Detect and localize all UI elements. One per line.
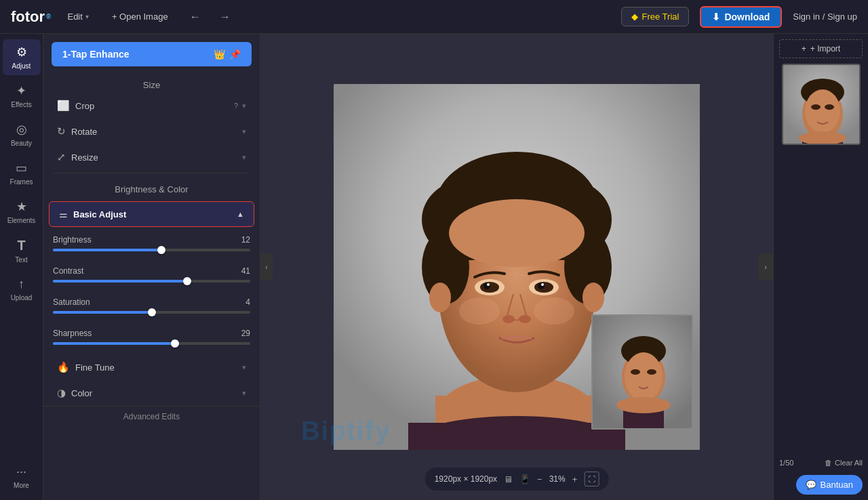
page-indicator: 1/50 bbox=[779, 459, 793, 467]
resize-icon: ⤢ bbox=[57, 151, 66, 163]
crop-row[interactable]: ⬜ Crop ? ▾ bbox=[47, 93, 256, 119]
header: fotor® Edit ▾ + Open Image ← → ◆ Free Tr… bbox=[0, 0, 868, 34]
panel-expand-button[interactable]: › bbox=[758, 253, 773, 280]
sidebar-item-upload[interactable]: ↑ Upload bbox=[3, 272, 41, 307]
svg-point-23 bbox=[583, 283, 604, 312]
edit-menu[interactable]: Edit ▾ bbox=[62, 9, 94, 24]
collapse-left-icon: ‹ bbox=[265, 264, 267, 271]
rotate-icon: ↻ bbox=[57, 125, 66, 138]
main-image-container bbox=[334, 84, 700, 450]
basic-adjust-row[interactable]: ⚌ Basic Adjust ▲ bbox=[49, 201, 254, 227]
sharpness-value: 29 bbox=[241, 329, 250, 338]
svg-point-38 bbox=[811, 104, 821, 110]
sidebar-item-elements[interactable]: ★ Elements bbox=[3, 194, 41, 230]
fine-tune-row[interactable]: 🔥 Fine Tune ▾ bbox=[47, 354, 256, 380]
saturation-value: 4 bbox=[245, 297, 250, 307]
open-image-button[interactable]: + Open Image bbox=[105, 9, 175, 24]
sidebar-item-effects[interactable]: ✦ Effects bbox=[3, 78, 41, 114]
resize-row[interactable]: ⤢ Resize ▾ bbox=[47, 144, 256, 170]
import-plus-icon: + bbox=[802, 44, 806, 54]
right-panel-footer: 1/50 🗑 Clear All bbox=[779, 456, 863, 470]
sharpness-label: Sharpness bbox=[53, 329, 92, 338]
brightness-value: 12 bbox=[241, 235, 250, 245]
forward-arrow-button[interactable]: → bbox=[216, 7, 235, 26]
svg-point-29 bbox=[625, 352, 663, 401]
sidebar-item-adjust[interactable]: ⚙ Adjust bbox=[3, 39, 41, 75]
color-chevron-icon: ▾ bbox=[242, 389, 246, 398]
one-tap-enhance-button[interactable]: 1-Tap Enhance 👑 📌 bbox=[52, 42, 252, 66]
chat-button[interactable]: 💬 Bantuan bbox=[796, 475, 863, 495]
sharpness-slider[interactable] bbox=[53, 342, 250, 345]
logo: fotor® bbox=[11, 8, 51, 26]
brightness-color-section-title: Brightness & Color bbox=[43, 176, 260, 199]
svg-point-21 bbox=[519, 315, 531, 323]
svg-point-18 bbox=[487, 283, 490, 286]
sidebar-item-frames[interactable]: ▭ Frames bbox=[3, 155, 41, 191]
rotate-row[interactable]: ↻ Rotate ▾ bbox=[47, 119, 256, 144]
frames-icon: ▭ bbox=[16, 161, 27, 175]
download-icon: ⬇ bbox=[712, 12, 720, 22]
text-icon: T bbox=[17, 238, 25, 253]
svg-point-25 bbox=[534, 297, 574, 325]
trash-icon: 🗑 bbox=[825, 459, 832, 467]
adjust-panel: 1-Tap Enhance 👑 📌 Size ⬜ Crop ? ▾ ↻ Rota… bbox=[43, 34, 260, 500]
left-sidebar: ⚙ Adjust ✦ Effects ◎ Beauty ▭ Frames ★ E… bbox=[0, 34, 43, 500]
expand-right-icon: › bbox=[764, 263, 767, 271]
contrast-slider[interactable] bbox=[53, 280, 250, 283]
panel-collapse-button[interactable]: ‹ bbox=[260, 253, 273, 280]
svg-point-31 bbox=[647, 369, 656, 375]
sign-in-button[interactable]: Sign in / Sign up bbox=[793, 12, 857, 22]
crop-icon: ⬜ bbox=[57, 100, 70, 112]
diamond-icon: ◆ bbox=[631, 12, 638, 22]
chat-icon: 💬 bbox=[806, 480, 816, 490]
clear-all-button[interactable]: 🗑 Clear All bbox=[825, 459, 863, 467]
divider bbox=[53, 173, 250, 173]
color-row[interactable]: ◑ Color ▾ bbox=[47, 380, 256, 406]
main-area: ⚙ Adjust ✦ Effects ◎ Beauty ▭ Frames ★ E… bbox=[0, 34, 868, 500]
fullscreen-button[interactable]: ⛶ bbox=[584, 472, 599, 486]
canvas-toolbar: 1920px × 1920px 🖥 📱 − 31% + ⛶ bbox=[425, 467, 609, 491]
free-trial-button[interactable]: ◆ Free Trial bbox=[621, 7, 690, 26]
crop-chevron-icon: ▾ bbox=[242, 102, 246, 110]
image-thumbnail-card[interactable] bbox=[782, 64, 861, 145]
thumbnail-overlay bbox=[591, 314, 693, 430]
right-panel: + + Import bbox=[773, 34, 868, 500]
crown-icon: 👑 bbox=[214, 49, 225, 60]
saturation-slider[interactable] bbox=[53, 311, 250, 314]
sliders-icon: ⚌ bbox=[59, 209, 68, 220]
color-icon: ◑ bbox=[57, 387, 66, 399]
download-button[interactable]: ⬇ Download bbox=[700, 6, 782, 28]
back-arrow-button[interactable]: ← bbox=[186, 7, 205, 26]
contrast-label: Contrast bbox=[53, 266, 83, 276]
zoom-in-icon[interactable]: + bbox=[572, 474, 578, 484]
svg-point-39 bbox=[825, 104, 834, 110]
more-icon: ··· bbox=[16, 465, 26, 479]
canvas-area: ‹ bbox=[260, 34, 773, 500]
sidebar-item-beauty[interactable]: ◎ Beauty bbox=[3, 117, 41, 152]
sidebar-item-more[interactable]: ··· More bbox=[3, 459, 41, 495]
pin-icon: 📌 bbox=[229, 49, 241, 60]
saturation-slider-section: Saturation 4 bbox=[43, 292, 260, 323]
svg-point-30 bbox=[631, 369, 640, 375]
adjust-icon: ⚙ bbox=[16, 45, 27, 60]
svg-point-17 bbox=[538, 283, 545, 289]
contrast-slider-section: Contrast 41 bbox=[43, 261, 260, 292]
sidebar-item-text[interactable]: T Text bbox=[3, 232, 41, 269]
size-section-title: Size bbox=[43, 75, 260, 93]
zoom-out-icon[interactable]: − bbox=[537, 474, 542, 484]
phone-icon[interactable]: 📱 bbox=[519, 474, 530, 484]
upload-icon: ↑ bbox=[18, 277, 24, 291]
saturation-label: Saturation bbox=[53, 297, 90, 307]
zoom-level: 31% bbox=[549, 474, 566, 484]
basic-adjust-chevron-icon: ▲ bbox=[237, 210, 244, 218]
effects-icon: ✦ bbox=[16, 83, 26, 98]
fullscreen-icon: ⛶ bbox=[588, 475, 595, 483]
fine-tune-icon: 🔥 bbox=[57, 361, 70, 373]
rotate-chevron-icon: ▾ bbox=[242, 127, 246, 136]
brightness-slider[interactable] bbox=[53, 249, 250, 251]
monitor-icon[interactable]: 🖥 bbox=[504, 474, 513, 484]
import-button[interactable]: + + Import bbox=[779, 39, 863, 58]
beauty-icon: ◎ bbox=[16, 122, 27, 137]
advanced-edits-footer: Advanced Edits bbox=[43, 406, 260, 427]
sharpness-slider-section: Sharpness 29 bbox=[43, 323, 260, 354]
